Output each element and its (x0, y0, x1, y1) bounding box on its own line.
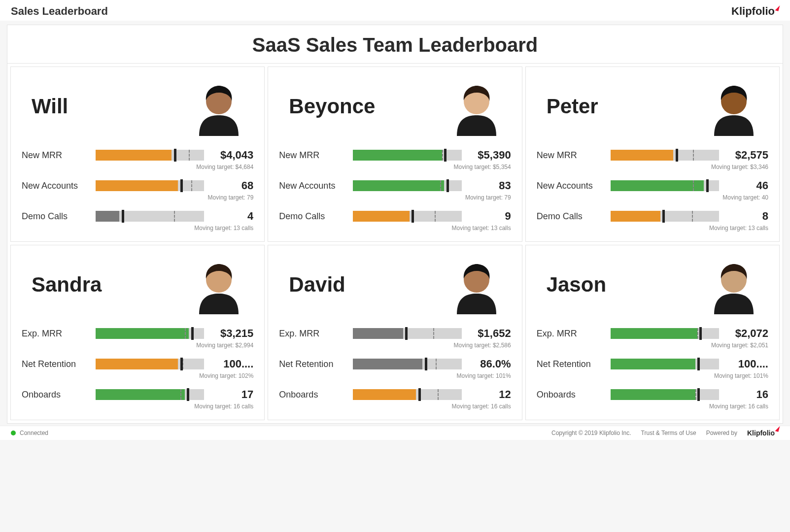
metric-label: Onboards (279, 390, 348, 400)
avatar (447, 77, 506, 136)
metric-row: New Accounts46 (537, 175, 768, 193)
metric-value: 46 (724, 179, 768, 192)
bullet-bar (353, 328, 461, 339)
bullet-bar (96, 211, 204, 222)
bar-fill (611, 150, 674, 161)
bar-fill (96, 359, 178, 369)
metric-row: Demo Calls8 (537, 206, 768, 224)
bar-marker (180, 358, 183, 370)
metric-label: Onboards (22, 390, 91, 400)
avatar (704, 255, 763, 314)
bar-target-line (174, 211, 175, 222)
bar-target-line (189, 150, 190, 161)
footer-brand-logo[interactable]: Klipfolio (747, 429, 779, 437)
bar-marker (706, 179, 709, 192)
card-name: Beyonce (289, 95, 375, 118)
metric-value: 68 (209, 179, 253, 192)
bar-fill (96, 328, 189, 339)
bullet-bar (611, 389, 719, 400)
board-title: SaaS Sales Team Leaderboard (7, 25, 783, 64)
bar-target-line (442, 150, 443, 161)
footer-powered-by: Powered by (706, 430, 737, 436)
avatar (704, 77, 763, 136)
bar-target-line (693, 180, 694, 191)
brand-logo[interactable]: Klipfolio (731, 5, 779, 18)
metric-row: Net Retention100.... (537, 354, 768, 371)
metric-value: 83 (467, 179, 511, 192)
card-name: Peter (547, 95, 598, 118)
bar-marker (180, 179, 183, 192)
metric-row: Onboards17 (22, 384, 253, 402)
brand-accent-icon (775, 4, 780, 11)
bar-target-line (440, 180, 441, 191)
metric-target-caption: Moving target: $2,994 (96, 341, 253, 354)
leaderboard-card[interactable]: Will New MRR$4,043Moving target: $4,684N… (10, 66, 265, 242)
avatar (447, 255, 506, 314)
metric-value: 16 (724, 388, 768, 401)
metric-label: Demo Calls (22, 211, 91, 222)
metric-label: Exp. MRR (22, 329, 91, 339)
card-header: David (279, 252, 511, 323)
metric-value: $4,043 (209, 149, 253, 162)
bullet-bar (611, 211, 719, 222)
metric-target-caption: Moving target: 101% (353, 371, 511, 384)
bar-marker (697, 388, 700, 401)
card-name: Sandra (32, 273, 102, 297)
metric-row: Demo Calls4 (22, 206, 253, 224)
metric-target-caption: Moving target: 40 (611, 193, 768, 206)
metric-value: 100.... (209, 358, 253, 370)
leaderboard-card[interactable]: Beyonce New MRR$5,390Moving target: $5,3… (268, 66, 522, 242)
metric-row: New MRR$5,390 (279, 145, 511, 163)
metric-value: $2,072 (724, 327, 768, 340)
bar-target-line (693, 150, 694, 161)
bar-fill (353, 359, 422, 369)
bullet-bar (96, 389, 204, 400)
bullet-bar (353, 211, 461, 222)
bar-target-line (191, 180, 192, 191)
avatar (189, 255, 248, 314)
bullet-bar (96, 150, 204, 161)
bar-marker (697, 358, 700, 370)
metric-value: 12 (467, 388, 511, 401)
bar-marker (122, 210, 124, 223)
footer-terms-link[interactable]: Trust & Terms of Use (641, 430, 696, 436)
bar-fill (611, 211, 660, 222)
metric-target-caption: Moving target: 13 calls (96, 224, 253, 236)
bar-marker (447, 179, 449, 192)
leaderboard-card[interactable]: Sandra Exp. MRR$3,215Moving target: $2,9… (10, 245, 265, 420)
metric-label: Net Retention (279, 359, 348, 369)
bullet-bar (611, 328, 719, 339)
bar-target-line (435, 211, 436, 222)
metric-value: $5,390 (467, 149, 511, 162)
bar-fill (611, 180, 704, 191)
metric-label: Exp. MRR (279, 329, 348, 339)
page-title: Sales Leaderboard (11, 5, 108, 18)
bar-marker (191, 327, 194, 340)
bar-fill (353, 328, 403, 339)
metric-label: New Accounts (537, 181, 606, 191)
metric-target-caption: Moving target: 102% (96, 371, 253, 384)
metric-value: 17 (209, 388, 253, 401)
metric-label: New MRR (279, 150, 348, 161)
brand-text: Klipfolio (731, 5, 775, 17)
metric-target-caption: Moving target: 16 calls (96, 402, 253, 415)
leaderboard-card[interactable]: Peter New MRR$2,575Moving target: $3,346… (525, 66, 780, 242)
avatar (189, 77, 248, 136)
leaderboard-card[interactable]: David Exp. MRR$1,652Moving target: $2,58… (268, 245, 522, 420)
metric-row: Demo Calls9 (279, 206, 511, 224)
bar-target-line (436, 359, 437, 369)
bar-marker (405, 327, 408, 340)
metric-label: Net Retention (22, 359, 91, 369)
metric-label: Exp. MRR (537, 329, 606, 339)
leaderboard-panel: SaaS Sales Team Leaderboard Will New MRR… (7, 25, 783, 424)
metric-row: New Accounts68 (22, 175, 253, 193)
footer-brand-text: Klipfolio (747, 429, 775, 437)
metric-label: New Accounts (279, 181, 348, 191)
bar-marker (662, 210, 665, 223)
bar-fill (611, 389, 695, 400)
metric-row: New Accounts83 (279, 175, 511, 193)
leaderboard-card[interactable]: Jason Exp. MRR$2,072Moving target: $2,05… (525, 245, 780, 420)
metric-target-caption: Moving target: 13 calls (611, 224, 768, 236)
metric-row: Net Retention86.0% (279, 354, 511, 371)
bar-marker (418, 388, 421, 401)
